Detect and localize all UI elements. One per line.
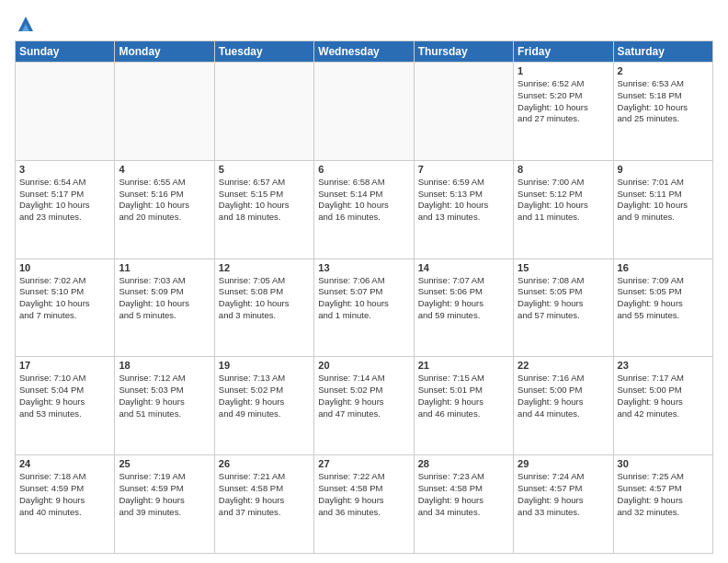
day-number: 13 [318,262,409,273]
weekday-saturday: Saturday [613,41,712,63]
calendar-cell: 3Sunrise: 6:54 AM Sunset: 5:17 PM Daylig… [16,160,115,259]
day-number: 7 [418,164,509,175]
day-info: Sunrise: 6:58 AM Sunset: 5:14 PM Dayligh… [318,177,409,224]
calendar-cell: 14Sunrise: 7:07 AM Sunset: 5:06 PM Dayli… [414,259,513,357]
day-info: Sunrise: 7:00 AM Sunset: 5:12 PM Dayligh… [518,177,609,224]
day-number: 5 [219,164,310,175]
page: SundayMondayTuesdayWednesdayThursdayFrid… [0,0,728,563]
day-info: Sunrise: 7:03 AM Sunset: 5:09 PM Dayligh… [119,275,210,322]
day-info: Sunrise: 7:15 AM Sunset: 5:01 PM Dayligh… [418,373,509,419]
calendar-cell: 10Sunrise: 7:02 AM Sunset: 5:10 PM Dayli… [16,259,115,357]
calendar-cell: 12Sunrise: 7:05 AM Sunset: 5:08 PM Dayli… [214,259,313,357]
calendar-cell: 18Sunrise: 7:12 AM Sunset: 5:03 PM Dayli… [115,357,214,455]
day-info: Sunrise: 7:22 AM Sunset: 4:58 PM Dayligh… [318,471,409,518]
day-info: Sunrise: 7:10 AM Sunset: 5:04 PM Dayligh… [19,373,110,419]
logo [15,15,35,33]
day-info: Sunrise: 6:57 AM Sunset: 5:15 PM Dayligh… [219,177,310,224]
day-number: 25 [119,458,210,469]
day-number: 28 [418,458,509,469]
day-number: 14 [418,262,509,273]
calendar-cell: 9Sunrise: 7:01 AM Sunset: 5:11 PM Daylig… [613,160,712,259]
calendar-cell [115,63,214,161]
day-number: 6 [318,164,409,175]
day-info: Sunrise: 7:14 AM Sunset: 5:02 PM Dayligh… [318,373,409,419]
day-info: Sunrise: 7:05 AM Sunset: 5:08 PM Dayligh… [219,275,310,322]
day-number: 12 [219,262,310,273]
calendar-cell: 26Sunrise: 7:21 AM Sunset: 4:58 PM Dayli… [214,455,313,554]
day-number: 4 [119,164,210,175]
day-number: 30 [618,458,709,469]
day-number: 10 [19,262,110,273]
week-row-2: 10Sunrise: 7:02 AM Sunset: 5:10 PM Dayli… [16,259,713,357]
weekday-header-row: SundayMondayTuesdayWednesdayThursdayFrid… [16,41,713,63]
calendar-cell: 19Sunrise: 7:13 AM Sunset: 5:02 PM Dayli… [214,357,313,455]
day-info: Sunrise: 7:01 AM Sunset: 5:11 PM Dayligh… [618,177,709,224]
calendar-cell: 4Sunrise: 6:55 AM Sunset: 5:16 PM Daylig… [115,160,214,259]
calendar-cell: 6Sunrise: 6:58 AM Sunset: 5:14 PM Daylig… [314,160,414,259]
calendar-cell: 2Sunrise: 6:53 AM Sunset: 5:18 PM Daylig… [613,63,712,161]
calendar: SundayMondayTuesdayWednesdayThursdayFrid… [15,40,713,554]
weekday-wednesday: Wednesday [314,41,414,63]
day-number: 20 [318,360,409,371]
calendar-cell: 29Sunrise: 7:24 AM Sunset: 4:57 PM Dayli… [514,455,613,554]
day-info: Sunrise: 7:09 AM Sunset: 5:05 PM Dayligh… [618,275,709,322]
calendar-cell: 20Sunrise: 7:14 AM Sunset: 5:02 PM Dayli… [314,357,414,455]
calendar-cell [414,63,513,161]
day-info: Sunrise: 7:16 AM Sunset: 5:00 PM Dayligh… [518,373,609,419]
day-number: 18 [119,360,210,371]
day-info: Sunrise: 7:02 AM Sunset: 5:10 PM Dayligh… [19,275,110,322]
day-info: Sunrise: 7:12 AM Sunset: 5:03 PM Dayligh… [119,373,210,419]
day-info: Sunrise: 7:24 AM Sunset: 4:57 PM Dayligh… [518,471,609,518]
weekday-monday: Monday [115,41,214,63]
day-number: 8 [518,164,609,175]
calendar-cell [314,63,414,161]
day-number: 29 [518,458,609,469]
week-row-0: 1Sunrise: 6:52 AM Sunset: 5:20 PM Daylig… [16,63,713,161]
day-info: Sunrise: 7:07 AM Sunset: 5:06 PM Dayligh… [418,275,509,322]
day-info: Sunrise: 7:23 AM Sunset: 4:58 PM Dayligh… [418,471,509,518]
calendar-cell: 1Sunrise: 6:52 AM Sunset: 5:20 PM Daylig… [514,63,613,161]
calendar-cell: 11Sunrise: 7:03 AM Sunset: 5:09 PM Dayli… [115,259,214,357]
day-info: Sunrise: 6:55 AM Sunset: 5:16 PM Dayligh… [119,177,210,224]
calendar-cell: 7Sunrise: 6:59 AM Sunset: 5:13 PM Daylig… [414,160,513,259]
week-row-3: 17Sunrise: 7:10 AM Sunset: 5:04 PM Dayli… [16,357,713,455]
logo-text [15,15,35,33]
weekday-friday: Friday [514,41,613,63]
day-info: Sunrise: 6:54 AM Sunset: 5:17 PM Dayligh… [19,177,110,224]
header [15,15,713,33]
weekday-thursday: Thursday [414,41,513,63]
day-number: 9 [618,164,709,175]
day-info: Sunrise: 6:53 AM Sunset: 5:18 PM Dayligh… [618,78,709,125]
day-number: 21 [418,360,509,371]
day-number: 16 [618,262,709,273]
day-number: 15 [518,262,609,273]
calendar-cell: 23Sunrise: 7:17 AM Sunset: 5:00 PM Dayli… [613,357,712,455]
day-info: Sunrise: 7:18 AM Sunset: 4:59 PM Dayligh… [19,471,110,518]
calendar-cell: 16Sunrise: 7:09 AM Sunset: 5:05 PM Dayli… [613,259,712,357]
calendar-cell [16,63,115,161]
day-number: 26 [219,458,310,469]
calendar-cell: 5Sunrise: 6:57 AM Sunset: 5:15 PM Daylig… [214,160,313,259]
day-number: 2 [618,65,709,76]
day-info: Sunrise: 6:59 AM Sunset: 5:13 PM Dayligh… [418,177,509,224]
calendar-cell: 21Sunrise: 7:15 AM Sunset: 5:01 PM Dayli… [414,357,513,455]
week-row-4: 24Sunrise: 7:18 AM Sunset: 4:59 PM Dayli… [16,455,713,554]
calendar-cell: 22Sunrise: 7:16 AM Sunset: 5:00 PM Dayli… [514,357,613,455]
day-info: Sunrise: 7:08 AM Sunset: 5:05 PM Dayligh… [518,275,609,322]
logo-icon [17,15,35,33]
calendar-cell: 15Sunrise: 7:08 AM Sunset: 5:05 PM Dayli… [514,259,613,357]
day-info: Sunrise: 7:25 AM Sunset: 4:57 PM Dayligh… [618,471,709,518]
day-number: 1 [518,65,609,76]
day-info: Sunrise: 6:52 AM Sunset: 5:20 PM Dayligh… [518,78,609,125]
day-number: 23 [618,360,709,371]
day-number: 22 [518,360,609,371]
weekday-tuesday: Tuesday [214,41,313,63]
calendar-cell: 25Sunrise: 7:19 AM Sunset: 4:59 PM Dayli… [115,455,214,554]
weekday-sunday: Sunday [16,41,115,63]
day-info: Sunrise: 7:19 AM Sunset: 4:59 PM Dayligh… [119,471,210,518]
calendar-cell: 30Sunrise: 7:25 AM Sunset: 4:57 PM Dayli… [613,455,712,554]
calendar-cell: 28Sunrise: 7:23 AM Sunset: 4:58 PM Dayli… [414,455,513,554]
day-number: 19 [219,360,310,371]
day-number: 27 [318,458,409,469]
calendar-cell: 24Sunrise: 7:18 AM Sunset: 4:59 PM Dayli… [16,455,115,554]
